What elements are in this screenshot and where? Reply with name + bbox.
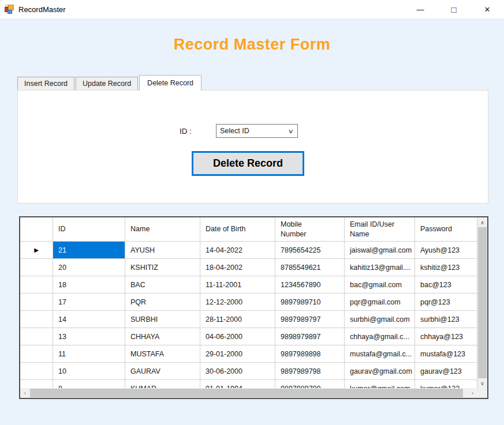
row-header[interactable] — [20, 259, 53, 276]
table-row: 20KSHITIZ18-04-20028785549621kahitiz13@g… — [20, 259, 477, 276]
maximize-button[interactable]: □ — [437, 0, 471, 18]
scroll-down-icon[interactable]: ∨ — [477, 378, 487, 388]
grid-cell[interactable]: 8 — [53, 380, 125, 388]
horizontal-scroll-thumb[interactable] — [30, 389, 463, 397]
grid-cell[interactable]: pqr@123 — [415, 294, 477, 311]
grid-cell[interactable]: bac@123 — [415, 276, 477, 294]
chevron-down-icon: ∨ — [288, 128, 293, 134]
grid-cell[interactable]: 9897989710 — [275, 294, 345, 311]
row-header[interactable] — [20, 363, 53, 380]
grid-cell[interactable]: chhaya@123 — [415, 328, 477, 345]
current-row-pointer-icon[interactable]: ▶ — [20, 242, 53, 259]
grid-cell[interactable]: mustafa@123 — [415, 345, 477, 363]
grid-cell[interactable]: kumar@123 — [415, 380, 477, 388]
selected-grid-cell[interactable]: 21 — [53, 242, 125, 259]
grid-cell[interactable]: chhaya@gmail.c... — [345, 328, 415, 345]
row-header[interactable] — [20, 311, 53, 328]
delete-record-button[interactable]: Delete Record — [192, 151, 304, 176]
grid-cell[interactable]: 10 — [53, 363, 125, 380]
grid-cell[interactable]: kshitiz@123 — [415, 259, 477, 276]
delete-record-panel: ID : Select ID ∨ Delete Record — [17, 90, 488, 204]
table-row: 11MUSTAFA29-01-20009897989898mustafa@gma… — [20, 345, 477, 363]
minimize-button[interactable]: — — [404, 0, 437, 18]
grid-cell[interactable]: AYUSH — [125, 242, 200, 259]
id-combobox-value: Select ID — [220, 127, 249, 135]
row-header[interactable] — [20, 294, 53, 311]
grid-cell[interactable]: 9897989798 — [275, 363, 345, 380]
grid-cell[interactable]: MUSTAFA — [125, 345, 200, 363]
grid-cell[interactable]: 14 — [53, 311, 125, 328]
grid-cell[interactable]: GAURAV — [125, 363, 200, 380]
grid-cell[interactable]: jaiswal@gmail.com — [345, 242, 415, 259]
grid-cell[interactable]: gaurav@gmail.com — [345, 363, 415, 380]
grid-horizontal-scrollbar[interactable]: ‹ › — [20, 388, 477, 398]
grid-cell[interactable]: BAC — [125, 276, 200, 294]
column-header-id[interactable]: ID — [53, 217, 125, 242]
grid-cell[interactable]: 9897989797 — [275, 311, 345, 328]
grid-cell[interactable]: 9898979897 — [275, 328, 345, 345]
grid-cell[interactable]: 14-04-2022 — [200, 242, 275, 259]
grid-cell[interactable]: 20 — [53, 259, 125, 276]
grid-cell[interactable]: 1234567890 — [275, 276, 345, 294]
grid-cell[interactable]: mustafa@gmail.c... — [345, 345, 415, 363]
row-header[interactable] — [20, 380, 53, 388]
grid-cell[interactable]: 8785549621 — [275, 259, 345, 276]
grid-cell[interactable]: KUMAR — [125, 380, 200, 388]
grid-cell[interactable]: 29-01-2000 — [200, 345, 275, 363]
grid-cell[interactable]: surbhi@123 — [415, 311, 477, 328]
grid-cell[interactable]: pqr@gmail.com — [345, 294, 415, 311]
grid-header-row: IDNameDate of BirthMobile NumberEmail ID… — [20, 217, 477, 242]
table-row: 14SURBHI28-11-20009897989797surbhi@gmail… — [20, 311, 477, 328]
row-header[interactable] — [20, 328, 53, 345]
table-row: 13CHHAYA04-06-20009898979897chhaya@gmail… — [20, 328, 477, 345]
grid-cell[interactable]: PQR — [125, 294, 200, 311]
scroll-up-icon[interactable]: ∧ — [477, 217, 487, 227]
grid-corner-header[interactable] — [20, 217, 53, 242]
row-header[interactable] — [20, 276, 53, 294]
grid-cell[interactable]: 7895654225 — [275, 242, 345, 259]
table-row: 17PQR12-12-20009897989710pqr@gmail.compq… — [20, 294, 477, 311]
column-header-mobile[interactable]: Mobile Number — [275, 217, 345, 242]
scrollbar-corner — [477, 388, 487, 398]
grid-cell[interactable]: kumar@gmail.com — [345, 380, 415, 388]
grid-cell[interactable]: 30-06-2000 — [200, 363, 275, 380]
table-row: 18BAC11-11-20011234567890bac@gmail.comba… — [20, 276, 477, 294]
tab-insert-record[interactable]: Insert Record — [17, 77, 74, 90]
grid-cell[interactable]: bac@gmail.com — [345, 276, 415, 294]
grid-cell[interactable]: 11-11-2001 — [200, 276, 275, 294]
vertical-scroll-thumb[interactable] — [478, 227, 487, 378]
column-header-password[interactable]: Password — [415, 217, 477, 242]
table-row: 8KUMAR01-01-19949897989700kumar@gmail.co… — [20, 380, 477, 388]
close-button[interactable]: ✕ — [471, 0, 504, 18]
grid-cell[interactable]: gaurav@123 — [415, 363, 477, 380]
grid-cell[interactable]: 18-04-2002 — [200, 259, 275, 276]
grid-cell[interactable]: 13 — [53, 328, 125, 345]
column-header-date-of-birth[interactable]: Date of Birth — [200, 217, 275, 242]
grid-cell[interactable]: 12-12-2000 — [200, 294, 275, 311]
grid-cell[interactable]: kahitiz13@gmail.... — [345, 259, 415, 276]
tab-update-record[interactable]: Update Record — [76, 77, 138, 90]
id-combobox[interactable]: Select ID ∨ — [216, 124, 298, 138]
column-header-email-id-user[interactable]: Email ID/User Name — [345, 217, 415, 242]
grid-cell[interactable]: 18 — [53, 276, 125, 294]
column-header-name[interactable]: Name — [125, 217, 200, 242]
grid-cell[interactable]: 11 — [53, 345, 125, 363]
tab-strip: Insert Record Update Record Delete Recor… — [17, 74, 504, 90]
grid-cell[interactable]: 28-11-2000 — [200, 311, 275, 328]
tab-delete-record[interactable]: Delete Record — [139, 75, 201, 91]
grid-cell[interactable]: Ayush@123 — [415, 242, 477, 259]
grid-cell[interactable]: 9897989700 — [275, 380, 345, 388]
grid-cell[interactable]: 9897989898 — [275, 345, 345, 363]
scroll-left-icon[interactable]: ‹ — [20, 388, 30, 398]
grid-rows: ▶21AYUSH14-04-20227895654225jaiswal@gmai… — [20, 242, 477, 388]
grid-cell[interactable]: 01-01-1994 — [200, 380, 275, 388]
grid-cell[interactable]: 04-06-2000 — [200, 328, 275, 345]
grid-cell[interactable]: SURBHI — [125, 311, 200, 328]
grid-cell[interactable]: 17 — [53, 294, 125, 311]
grid-vertical-scrollbar[interactable]: ∧ ∨ — [477, 217, 487, 388]
scroll-right-icon[interactable]: › — [468, 388, 477, 398]
row-header[interactable] — [20, 345, 53, 363]
grid-cell[interactable]: CHHAYA — [125, 328, 200, 345]
grid-cell[interactable]: surbhi@gmail.com — [345, 311, 415, 328]
grid-cell[interactable]: KSHITIZ — [125, 259, 200, 276]
